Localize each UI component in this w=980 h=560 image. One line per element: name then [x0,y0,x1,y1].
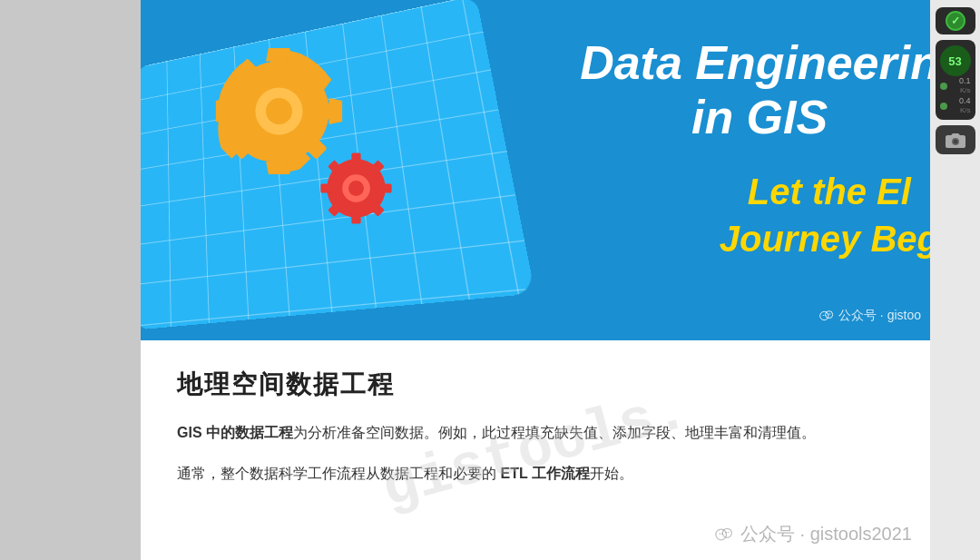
article-bold-2: ETL 工作流程 [500,466,589,481]
svg-rect-15 [351,213,360,224]
network-up-dot [940,83,947,90]
svg-rect-5 [219,103,237,119]
article-bold-1: GIS 中的数据工程 [177,425,293,440]
banner: Data Engineerin in GIS Let the El Journe… [141,0,930,340]
svg-point-28 [716,529,727,540]
svg-point-33 [728,531,730,533]
banner-title: Data Engineerin in GIS [580,36,930,145]
svg-rect-3 [271,51,287,69]
article-wechat-text: 公众号 · gistools2021 [740,522,912,546]
article-content: gistools. 地理空间数据工程 GIS 中的数据工程为分析准备空间数据。例… [141,340,930,560]
network-down-row: 0.4 K/s [938,96,973,116]
svg-point-29 [722,528,731,537]
svg-rect-4 [271,153,287,172]
svg-point-13 [348,181,364,196]
status-indicator: ✓ [946,11,965,31]
svg-rect-6 [321,103,339,119]
small-gear-icon [318,150,395,227]
svg-point-2 [266,98,292,124]
article-title: 地理空间数据工程 [177,368,894,402]
banner-wechat-label: 公众号 · gistoo [819,308,921,324]
svg-point-24 [823,315,824,316]
checkmark-icon: ✓ [951,15,960,27]
network-up-row: 0.1 K/s [938,76,973,96]
left-margin [0,0,141,560]
svg-point-26 [828,313,828,314]
right-sidebar: ✓ 53 0.1 K/s 0.4 K/s [930,0,980,560]
cpu-widget[interactable]: 53 0.1 K/s 0.4 K/s [936,40,975,120]
network-down-value: 0.4 K/s [959,97,971,115]
svg-rect-16 [320,183,331,192]
svg-rect-17 [381,183,392,192]
svg-point-27 [829,313,830,314]
camera-icon [946,132,965,148]
svg-point-30 [720,533,721,535]
screenshot-button[interactable] [936,125,975,154]
article-wechat-icon [715,526,733,544]
svg-rect-14 [351,152,360,163]
cpu-percentage: 53 [940,45,971,76]
svg-point-35 [953,139,957,143]
article-text-3: 开始。 [590,466,633,481]
article-paragraph-1: GIS 中的数据工程为分析准备空间数据。例如，此过程填充缺失值、添加字段、地理丰… [177,420,894,447]
network-up-value: 0.1 K/s [959,77,971,95]
svg-point-31 [721,533,723,535]
article-body: GIS 中的数据工程为分析准备空间数据。例如，此过程填充缺失值、添加字段、地理丰… [177,420,894,487]
content-area: Data Engineerin in GIS Let the El Journe… [141,0,930,560]
svg-point-23 [826,311,833,319]
svg-point-22 [820,311,828,319]
svg-point-32 [725,531,727,533]
banner-subtitle: Let the El Journey Beg [720,168,930,262]
wechat-icon [819,309,834,323]
article-paragraph-2: 通常，整个数据科学工作流程从数据工程和必要的 ETL 工作流程开始。 [177,461,894,487]
svg-point-25 [825,315,826,316]
article-text-1: 为分析准备空间数据。例如，此过程填充缺失值、添加字段、地理丰富和清理值。 [293,425,816,440]
status-widget: ✓ [936,7,975,34]
network-down-dot [940,103,947,110]
article-text-2: 通常，整个数据科学工作流程从数据工程和必要的 [177,466,500,481]
article-wechat-watermark: 公众号 · gistools2021 [715,522,912,546]
